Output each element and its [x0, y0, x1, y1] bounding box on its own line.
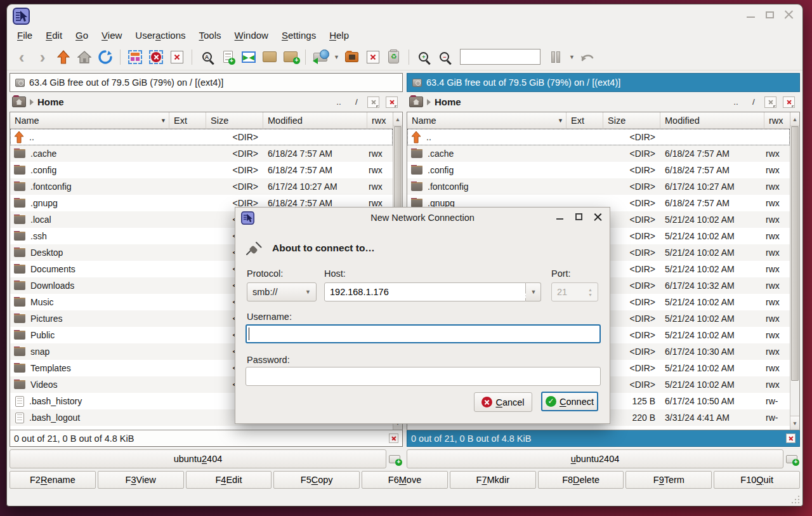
column-header-rwx[interactable]: rwx [367, 112, 393, 128]
up-directory-icon[interactable] [55, 49, 72, 65]
scrollbar-thumb[interactable] [791, 126, 799, 381]
minimize-icon[interactable] [746, 10, 756, 20]
password-input[interactable] [246, 367, 601, 386]
open-archive-icon[interactable] [344, 49, 360, 65]
back-icon[interactable]: ‹ [13, 49, 30, 65]
columns-dropdown-icon[interactable]: ▼ [569, 54, 575, 60]
port-spinner[interactable]: 21 ▲▼ [551, 282, 598, 301]
quick-filter-input[interactable] [460, 49, 540, 65]
forward-icon[interactable]: › [34, 49, 51, 65]
go-root-button[interactable]: / [350, 96, 363, 109]
network-dropdown-icon[interactable]: ▼ [334, 54, 339, 60]
go-root-button[interactable]: / [747, 96, 761, 109]
menu-tools[interactable]: Tools [199, 30, 221, 41]
dialog-minimize-icon[interactable] [556, 213, 564, 221]
menu-window[interactable]: Window [235, 30, 268, 41]
connect-button[interactable]: ✓ Connect [541, 392, 598, 411]
dialog-titlebar[interactable]: New Network Connection [235, 208, 610, 228]
protocol-select[interactable]: smb:// ▼ [247, 282, 317, 301]
fkey-f9[interactable]: F9 Term [625, 471, 712, 489]
file-row[interactable]: .cache<DIR>6/18/24 7:57 AMrwx [10, 145, 393, 162]
fkey-f3[interactable]: F3 View [98, 471, 184, 489]
home-folder-icon[interactable] [12, 96, 26, 107]
zoom-out-icon[interactable]: − [436, 49, 453, 65]
close-connection-icon[interactable] [365, 49, 381, 65]
file-row[interactable]: .config<DIR>6/18/24 7:57 AMrwx [10, 162, 393, 178]
file-row[interactable]: .fontconfig<DIR>6/17/24 10:27 AMrwx [407, 178, 790, 195]
scroll-up-icon[interactable]: ▲ [790, 112, 799, 126]
dialog-maximize-icon[interactable] [575, 213, 583, 221]
spinner-arrows-icon[interactable]: ▲▼ [588, 288, 593, 296]
column-header-rwx[interactable]: rwx [764, 112, 790, 128]
host-input[interactable] [324, 282, 526, 301]
column-header-size[interactable]: Size [206, 112, 263, 128]
mark-group-icon[interactable] [127, 49, 143, 65]
host-dropdown-button[interactable]: ▼ [526, 282, 541, 301]
swap-panels-icon[interactable]: ▶◀ [240, 49, 257, 65]
undo-icon[interactable] [579, 49, 596, 65]
close-all-tabs-icon[interactable] [386, 96, 398, 108]
refresh-icon[interactable] [97, 49, 114, 65]
tab-ubuntu2404[interactable]: ubuntu2404 [10, 449, 386, 468]
titlebar[interactable] [7, 4, 802, 26]
fkey-f10[interactable]: F10 Quit [714, 471, 800, 489]
column-header-ext[interactable]: Ext [169, 112, 206, 128]
file-row[interactable]: .config<DIR>6/18/24 7:57 AMrwx [407, 162, 790, 178]
extract-icon[interactable]: + [282, 49, 299, 65]
maximize-icon[interactable] [765, 10, 775, 20]
network-connect-icon[interactable] [312, 49, 329, 65]
menu-settings[interactable]: Settings [282, 30, 316, 41]
go-up-button[interactable]: .. [729, 96, 743, 109]
dialog-close-icon[interactable] [594, 213, 602, 221]
zoom-in-icon[interactable]: + [416, 49, 432, 65]
menu-view[interactable]: View [102, 30, 122, 41]
free-space-toggle-icon[interactable] [786, 433, 796, 443]
menu-useractions[interactable]: Useractions [135, 30, 185, 41]
pack-icon[interactable] [261, 49, 278, 65]
close-icon[interactable] [784, 10, 794, 20]
column-header-ext[interactable]: Ext [566, 112, 603, 128]
add-tab-icon[interactable] [786, 454, 799, 464]
left-free-space-bar[interactable]: 63.4 GiB free out of 79.5 GiB (79%) on /… [10, 73, 403, 92]
fkey-f2[interactable]: F2 Rename [10, 471, 96, 489]
go-up-button[interactable]: .. [332, 96, 346, 109]
new-file-icon[interactable]: + [219, 49, 236, 65]
file-row[interactable]: .cache<DIR>6/18/24 7:57 AMrwx [407, 145, 790, 162]
unmark-group-icon[interactable] [148, 49, 164, 65]
fkey-f4[interactable]: F4 Edit [186, 471, 272, 489]
current-folder-label[interactable]: Home [435, 96, 461, 107]
right-scrollbar[interactable]: ▲ ▼ [790, 112, 799, 430]
home-icon[interactable] [76, 49, 93, 65]
search-icon[interactable]: A [199, 49, 215, 65]
current-folder-label[interactable]: Home [37, 96, 64, 107]
columns-view-icon[interactable] [547, 49, 564, 65]
right-free-space-bar[interactable]: 63.4 GiB free out of 79.5 GiB (79%) on /… [407, 73, 800, 92]
username-input[interactable] [246, 324, 601, 343]
column-header-size[interactable]: Size [603, 112, 660, 128]
menu-edit[interactable]: Edit [46, 30, 62, 41]
close-all-tabs-icon[interactable] [783, 96, 795, 108]
fkey-f5[interactable]: F5 Copy [273, 471, 360, 489]
column-header-name[interactable]: Name▼ [407, 112, 566, 128]
close-tab-icon[interactable] [764, 96, 776, 108]
column-header-modified[interactable]: Modified [263, 112, 367, 128]
home-folder-icon[interactable] [409, 96, 423, 107]
fkey-f8[interactable]: F8 Delete [538, 471, 624, 489]
add-tab-icon[interactable] [389, 454, 402, 464]
column-header-name[interactable]: Name▼ [10, 112, 169, 128]
fkey-f7[interactable]: F7 Mkdir [450, 471, 536, 489]
close-tab-icon[interactable] [367, 96, 379, 108]
cancel-operation-icon[interactable] [169, 49, 185, 65]
free-space-toggle-icon[interactable] [389, 433, 398, 443]
menu-go[interactable]: Go [75, 30, 88, 41]
tab-ubuntu2404[interactable]: ubuntu2404 [407, 449, 783, 468]
cancel-button[interactable]: Cancel [474, 392, 532, 412]
trash-icon[interactable]: ♻ [386, 49, 402, 65]
scroll-up-icon[interactable]: ▲ [393, 112, 402, 126]
resize-grip-icon[interactable] [792, 495, 800, 503]
file-row[interactable]: ..<DIR> [10, 129, 393, 145]
file-row[interactable]: ..<DIR> [407, 129, 790, 145]
fkey-f6[interactable]: F6 Move [362, 471, 448, 489]
menu-help[interactable]: Help [329, 30, 349, 41]
scroll-down-icon[interactable]: ▼ [790, 416, 799, 430]
